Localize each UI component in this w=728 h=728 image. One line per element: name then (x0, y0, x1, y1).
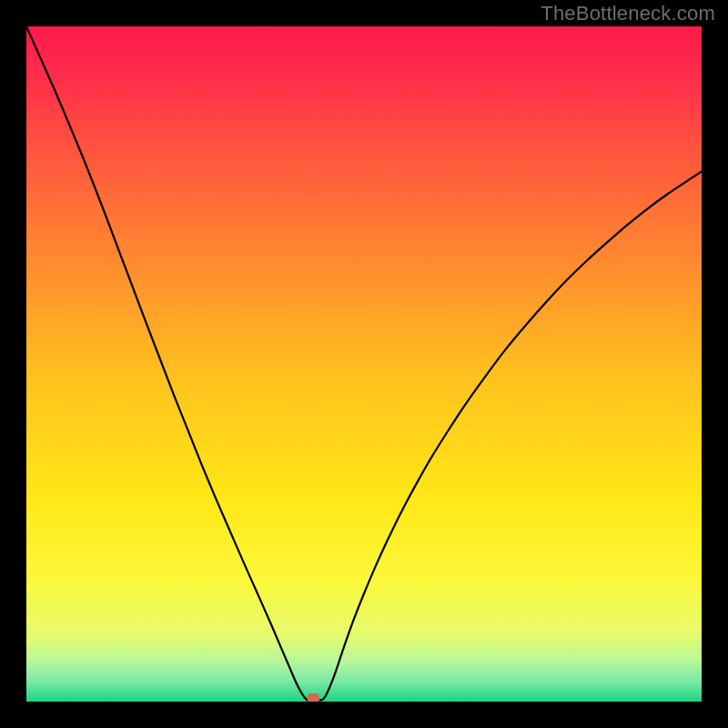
optimum-marker (308, 693, 319, 702)
chart-svg (26, 26, 702, 702)
watermark-text: TheBottleneck.com (541, 2, 715, 25)
gradient-background (26, 26, 702, 702)
plot-area (26, 26, 702, 702)
chart-frame: TheBottleneck.com (0, 0, 728, 728)
